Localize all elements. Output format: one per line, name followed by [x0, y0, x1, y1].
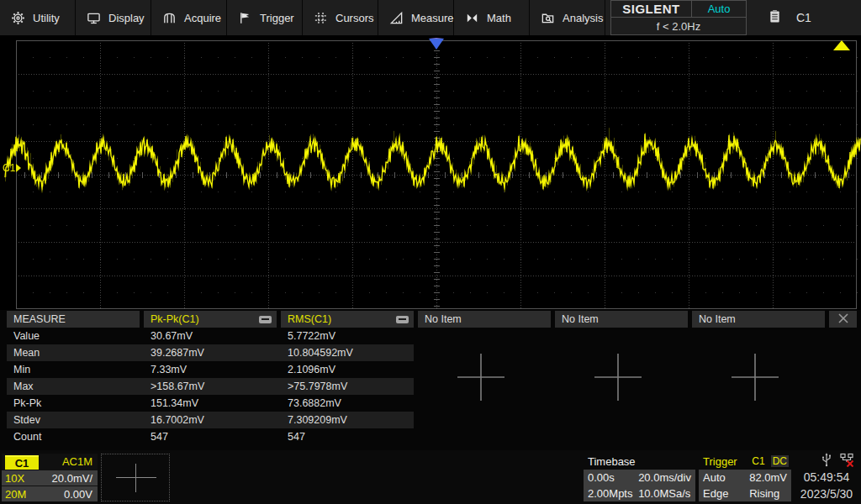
measure-close-button[interactable]: [829, 311, 857, 328]
add-channel-button[interactable]: [101, 454, 170, 501]
channel-coupling: AC1M: [62, 455, 92, 468]
table-row: Pk-Pk151.34mV73.6882mV: [7, 395, 414, 412]
menu-cursors-label: Cursors: [335, 12, 374, 24]
measure-panel: MEASURE Pk-Pk(C1) RMS(C1) No Item No Ite…: [0, 310, 861, 450]
table-row: Min7.33mV2.1096mV: [7, 361, 414, 378]
timebase-delay: 0.00s: [588, 471, 638, 484]
menu-display-label: Display: [108, 12, 145, 24]
channel-descriptor-box[interactable]: C1 AC1M 10X20.0mV/ 20M0.00V: [2, 454, 98, 501]
trigger-level: 82.0mV: [749, 471, 787, 484]
trigger-descriptor-box[interactable]: Trigger C1 DC Auto 82.0mV Edge Rising: [699, 454, 791, 501]
timebase-title: Timebase: [584, 454, 695, 469]
trigger-position-marker[interactable]: [429, 39, 444, 50]
gear-icon: [11, 11, 25, 25]
menu-utility[interactable]: Utility: [0, 0, 76, 35]
top-menu-bar: Utility Display Acquire Trigger Cursors …: [0, 0, 861, 37]
trigger-mode: Auto: [703, 471, 749, 484]
menu-analysis[interactable]: Analysis: [530, 0, 605, 35]
brand-status-block: SIGLENT Auto f < 2.0Hz: [610, 0, 747, 35]
bandwidth-limit: 20M: [5, 488, 26, 501]
bottom-status-bar: C1 AC1M 10X20.0mV/ 20M0.00V Timebase 0.0…: [0, 450, 861, 504]
measure-column-empty-1[interactable]: No Item: [418, 311, 551, 328]
timebase-descriptor-box[interactable]: Timebase 0.00s 20.0ms/div 2.00Mpts 10.0M…: [584, 454, 695, 501]
measure-icon: [389, 11, 404, 25]
channel-offset-label: C1: [3, 162, 15, 174]
measure-column-empty-2[interactable]: No Item: [555, 311, 688, 328]
acquire-icon: [162, 11, 177, 25]
table-row: Max>158.67mV>75.7978mV: [7, 378, 414, 395]
timebase-samplerate: 10.0MSa/s: [638, 487, 691, 500]
timebase-scale: 20.0ms/div: [638, 471, 691, 484]
minus-icon[interactable]: [396, 316, 409, 323]
acquisition-mode-badge: Auto: [692, 1, 746, 18]
measure-stats-table: Value30.67mV5.7722mV Mean39.2687mV10.804…: [7, 328, 414, 445]
probe-attenuation: 10X: [5, 472, 24, 485]
measure-header-row: MEASURE Pk-Pk(C1) RMS(C1) No Item No Ite…: [7, 311, 825, 328]
vertical-offset: 0.00V: [64, 488, 92, 501]
math-icon: [465, 11, 479, 25]
timebase-memory: 2.00Mpts: [588, 487, 638, 500]
trigger-coupling-badge: DC: [771, 455, 789, 467]
system-date: 2023/5/30: [800, 486, 853, 502]
channel-offset-marker[interactable]: C1: [3, 162, 21, 174]
table-row: Mean39.2687mV10.804592mV: [7, 344, 414, 361]
analysis-icon: [541, 11, 555, 25]
measure-column-pkpk[interactable]: Pk-Pk(C1): [144, 311, 277, 328]
menu-measure[interactable]: Measure: [378, 0, 454, 35]
menu-acquire[interactable]: Acquire: [151, 0, 227, 35]
channel-badge: C1: [5, 455, 39, 470]
add-measurement-button[interactable]: [593, 352, 643, 405]
menu-measure-label: Measure: [411, 12, 454, 24]
trigger-slope: Rising: [749, 487, 787, 500]
add-measurement-button[interactable]: [730, 352, 780, 405]
close-icon: [837, 312, 850, 328]
system-time: 05:49:54: [804, 469, 850, 486]
measure-title-cell: MEASURE: [7, 311, 140, 328]
table-row: Stdev16.7002mV7.309209mV: [7, 412, 414, 428]
minus-icon[interactable]: [259, 316, 272, 323]
siglent-logo: SIGLENT: [611, 1, 692, 18]
table-row: Count547547: [7, 428, 414, 445]
table-row: Value30.67mV5.7722mV: [7, 328, 414, 344]
measure-column-rms[interactable]: RMS(C1): [281, 311, 414, 328]
system-status-box: 05:49:54 2023/5/30: [794, 452, 859, 502]
flag-icon: [238, 11, 252, 25]
lan-disconnected-icon: [839, 452, 854, 470]
menu-trigger[interactable]: Trigger: [227, 0, 303, 35]
waveform-canvas[interactable]: [0, 37, 861, 311]
menu-math-label: Math: [487, 12, 511, 24]
vertical-scale: 20.0mV/: [52, 472, 92, 485]
right-arrow-icon: [16, 164, 21, 172]
add-measurement-button[interactable]: [456, 352, 506, 405]
trigger-type: Edge: [703, 487, 749, 500]
menu-acquire-label: Acquire: [184, 12, 221, 24]
menu-analysis-label: Analysis: [563, 12, 603, 24]
menu-math[interactable]: Math: [454, 0, 530, 35]
menu-trigger-label: Trigger: [260, 12, 294, 24]
oscilloscope-screen: Utility Display Acquire Trigger Cursors …: [0, 0, 861, 504]
channel-indicator-label: C1: [796, 11, 811, 24]
trigger-level-marker[interactable]: [833, 40, 850, 50]
display-icon: [87, 11, 101, 25]
channel-indicator[interactable]: C1: [769, 9, 811, 26]
measure-column-empty-3[interactable]: No Item: [692, 311, 825, 328]
menu-utility-label: Utility: [33, 12, 60, 24]
trigger-source-badge: C1: [750, 455, 766, 467]
cursors-icon: [314, 11, 328, 25]
usb-icon: [821, 452, 832, 470]
clipboard-icon: [769, 9, 781, 26]
trigger-frequency-readout: f < 2.0Hz: [611, 18, 746, 34]
trigger-title: Trigger: [703, 455, 746, 468]
menu-cursors[interactable]: Cursors: [303, 0, 378, 35]
menu-display[interactable]: Display: [76, 0, 151, 35]
